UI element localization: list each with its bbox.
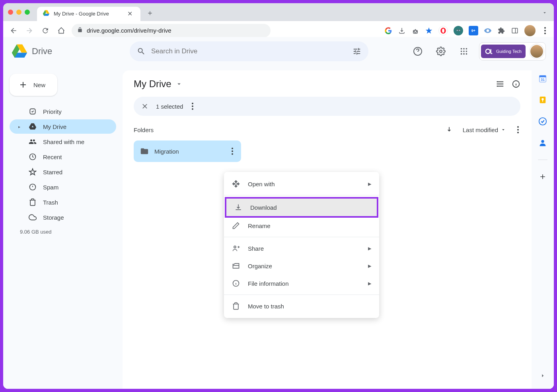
close-window[interactable] bbox=[8, 10, 13, 15]
svg-point-30 bbox=[541, 140, 544, 143]
sort-arrow-icon[interactable] bbox=[445, 126, 453, 134]
browser-profile-avatar[interactable] bbox=[524, 25, 536, 36]
sidebar-item-storage[interactable]: Storage bbox=[10, 210, 116, 224]
svg-point-8 bbox=[463, 48, 465, 50]
tasks-app-icon[interactable] bbox=[538, 117, 547, 126]
new-button[interactable]: New bbox=[10, 74, 57, 96]
extensions-puzzle-icon[interactable] bbox=[497, 27, 505, 35]
download-tray-icon[interactable] bbox=[398, 27, 406, 35]
minimize-window[interactable] bbox=[16, 10, 21, 15]
sidebar-item-priority[interactable]: Priority bbox=[10, 104, 116, 119]
svg-rect-24 bbox=[539, 76, 546, 78]
toolbar-icons: 👓 9+ bbox=[384, 25, 549, 36]
svg-point-7 bbox=[461, 48, 462, 50]
url-text: drive.google.com/drive/my-drive bbox=[87, 27, 171, 34]
sidebar-item-shared[interactable]: Shared with me bbox=[10, 135, 116, 149]
share-person-icon bbox=[232, 244, 240, 252]
people-icon bbox=[29, 138, 37, 146]
menu-divider bbox=[224, 237, 379, 237]
chevron-right-icon: ▶ bbox=[368, 263, 371, 269]
breadcrumb: My Drive bbox=[134, 78, 520, 90]
info-icon[interactable] bbox=[512, 80, 520, 88]
menu-organize[interactable]: Organize ▶ bbox=[224, 257, 379, 275]
tune-icon[interactable] bbox=[353, 47, 361, 56]
maximize-window[interactable] bbox=[25, 10, 30, 15]
back-button[interactable] bbox=[8, 25, 19, 36]
contacts-app-icon[interactable] bbox=[538, 138, 547, 148]
folder-chip[interactable]: Migration bbox=[134, 140, 241, 162]
help-button[interactable] bbox=[410, 43, 426, 59]
profile-card[interactable]: Guiding Tech bbox=[479, 42, 546, 60]
menu-share[interactable]: Share ▶ bbox=[224, 240, 379, 257]
google-icon[interactable] bbox=[384, 27, 392, 35]
new-tab-button[interactable] bbox=[144, 10, 156, 18]
svg-point-11 bbox=[463, 51, 465, 52]
gt-badge: Guiding Tech bbox=[481, 45, 526, 58]
url-box[interactable]: drive.google.com/drive/my-drive bbox=[72, 24, 271, 37]
section-header: Folders Last modified bbox=[134, 125, 520, 135]
drive-logo[interactable]: Drive bbox=[11, 43, 127, 60]
forward-button[interactable] bbox=[24, 25, 35, 36]
extension-opera-icon[interactable] bbox=[438, 26, 448, 35]
bookmark-star-icon[interactable] bbox=[425, 27, 433, 35]
app-header: Drive Guiding Tech bbox=[3, 37, 554, 66]
extension-icon-3[interactable]: 9+ bbox=[469, 26, 478, 35]
add-app-icon[interactable] bbox=[538, 172, 547, 181]
browser-menu-icon[interactable] bbox=[541, 27, 549, 35]
sidebar-item-my-drive[interactable]: ▸ My Drive bbox=[10, 119, 116, 134]
svg-point-21 bbox=[234, 246, 236, 248]
share-icon[interactable] bbox=[411, 27, 419, 35]
menu-move-to-trash[interactable]: Move to trash bbox=[224, 297, 379, 315]
svg-point-13 bbox=[461, 53, 462, 55]
tab-close-icon[interactable]: ✕ bbox=[125, 10, 135, 18]
trash-small-icon bbox=[232, 302, 240, 310]
app-name: Drive bbox=[32, 46, 52, 57]
extension-eye-icon[interactable] bbox=[484, 27, 492, 35]
menu-divider bbox=[224, 294, 379, 295]
expand-icon[interactable]: ▸ bbox=[18, 125, 22, 129]
keep-app-icon[interactable] bbox=[538, 95, 547, 105]
menu-rename[interactable]: Rename bbox=[224, 217, 379, 234]
browser-tab[interactable]: My Drive - Google Drive ✕ bbox=[37, 7, 140, 21]
settings-button[interactable] bbox=[433, 43, 449, 59]
svg-rect-3 bbox=[512, 28, 518, 33]
search-input[interactable] bbox=[151, 47, 347, 55]
sort-controls: Last modified bbox=[445, 125, 520, 135]
tabs-dropdown-icon[interactable] bbox=[540, 8, 549, 19]
drive-favicon-icon bbox=[43, 10, 50, 18]
menu-open-with[interactable]: Open with ▶ bbox=[224, 175, 379, 193]
page-title[interactable]: My Drive bbox=[134, 78, 171, 90]
main-content: My Drive 1 selected Folders Last modifie… bbox=[123, 70, 532, 389]
view-more-icon[interactable] bbox=[516, 125, 520, 135]
selection-more-icon[interactable] bbox=[190, 101, 195, 111]
menu-download[interactable]: Download bbox=[225, 197, 378, 218]
home-button[interactable] bbox=[56, 25, 67, 36]
sidebar-item-spam[interactable]: Spam bbox=[10, 180, 116, 194]
star-icon bbox=[29, 168, 37, 176]
folder-more-icon[interactable] bbox=[230, 146, 235, 156]
sort-dropdown[interactable]: Last modified bbox=[463, 127, 506, 133]
svg-text:31: 31 bbox=[541, 78, 545, 82]
organize-icon bbox=[232, 262, 240, 270]
extension-icon-2[interactable]: 👓 bbox=[454, 26, 463, 35]
close-selection-icon[interactable] bbox=[141, 102, 149, 110]
menu-file-info[interactable]: File information ▶ bbox=[224, 275, 379, 292]
reload-button[interactable] bbox=[40, 25, 51, 36]
priority-icon bbox=[29, 107, 37, 115]
collapse-panel-icon[interactable] bbox=[539, 372, 546, 381]
list-view-icon[interactable] bbox=[496, 80, 504, 88]
svg-point-15 bbox=[466, 53, 467, 55]
search-box[interactable] bbox=[130, 41, 368, 61]
lock-icon bbox=[77, 27, 83, 34]
sidebar-item-recent[interactable]: Recent bbox=[10, 150, 116, 164]
side-panel-icon[interactable] bbox=[511, 27, 519, 35]
calendar-app-icon[interactable]: 31 bbox=[538, 74, 547, 83]
svg-point-6 bbox=[440, 50, 442, 53]
sidebar-item-starred[interactable]: Starred bbox=[10, 165, 116, 179]
chevron-down-icon[interactable] bbox=[175, 80, 183, 88]
panel-divider bbox=[538, 160, 547, 160]
apps-grid-button[interactable] bbox=[456, 43, 472, 59]
svg-point-16 bbox=[486, 49, 490, 54]
sidebar-item-trash[interactable]: Trash bbox=[10, 195, 116, 209]
context-menu: Open with ▶ Download Rename Share ▶ bbox=[224, 172, 379, 318]
